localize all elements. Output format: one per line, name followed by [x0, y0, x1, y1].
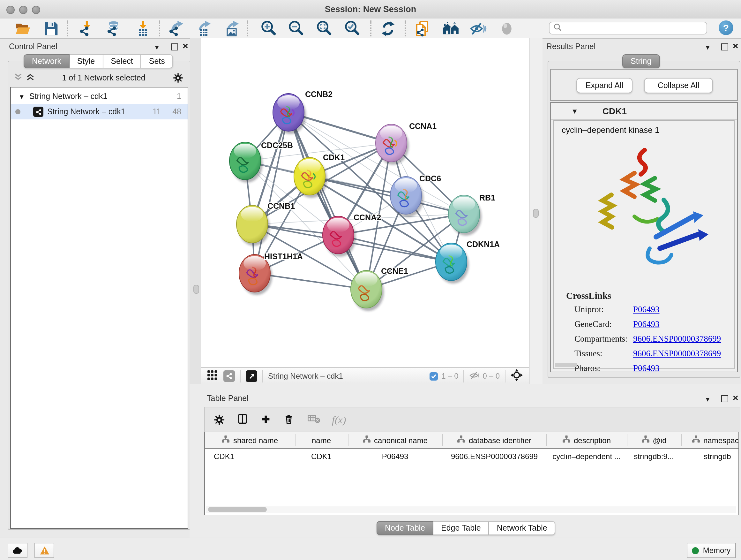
section-gene-name: CDK1 — [603, 106, 627, 116]
import-table-icon[interactable] — [134, 20, 151, 37]
right-splitter-handle[interactable] — [533, 209, 539, 218]
crosslink-value-link[interactable]: 9606.ENSP00000378699 — [633, 334, 721, 344]
crosslink-value-link[interactable]: P06493 — [633, 305, 660, 315]
tab-network[interactable]: Network — [23, 54, 70, 68]
tab-sets[interactable]: Sets — [141, 54, 173, 68]
results-panel-menu-icon[interactable]: ▾ — [706, 40, 710, 55]
eye-hide-icon[interactable] — [470, 20, 487, 37]
node-RB1[interactable] — [448, 195, 482, 236]
left-splitter[interactable] — [190, 38, 201, 384]
column-header--id[interactable]: @id — [627, 432, 681, 448]
zoom-selected-icon[interactable] — [343, 20, 360, 37]
crosslink-value-link[interactable]: 9606.ENSP00000378699 — [633, 349, 721, 359]
network-options-gear-icon[interactable] — [173, 73, 183, 83]
zoom-out-icon[interactable] — [287, 20, 305, 37]
import-network-icon[interactable] — [78, 20, 95, 37]
node-CDC25B[interactable] — [229, 142, 263, 183]
tab-node-table[interactable]: Node Table — [377, 521, 433, 535]
add-column-icon[interactable] — [260, 414, 271, 426]
control-panel-menu-icon[interactable]: ▾ — [155, 40, 158, 55]
results-panel-float-icon[interactable] — [721, 44, 728, 52]
network-canvas[interactable]: CCNB2CCNA1CDC25BCDK1CDC6RB1CCNB1CCNA2CDK… — [201, 38, 529, 367]
table-options-gear-icon[interactable] — [214, 415, 225, 425]
left-splitter-handle[interactable] — [193, 285, 199, 294]
tab-network-table[interactable]: Network Table — [489, 521, 556, 535]
column-header-description[interactable]: description — [546, 432, 627, 448]
node-CCNA2[interactable] — [323, 216, 356, 257]
column-header-namespace[interactable]: namespace — [681, 432, 739, 448]
section-expand-icon[interactable]: ▼ — [571, 107, 578, 115]
help-icon[interactable]: ? — [719, 20, 733, 35]
grid-view-icon[interactable] — [207, 370, 217, 382]
node-CDKN1A[interactable] — [435, 243, 469, 284]
results-scrollbar[interactable] — [555, 363, 577, 367]
table-panel-float-icon[interactable] — [721, 395, 728, 404]
export-image-icon[interactable] — [223, 20, 240, 37]
control-panel-close-icon[interactable]: × — [183, 40, 188, 51]
table-cell[interactable]: stringdb — [681, 449, 739, 463]
table-hscrollbar-thumb[interactable] — [208, 507, 267, 512]
tab-edge-table[interactable]: Edge Table — [433, 521, 489, 535]
export-network-icon[interactable] — [167, 20, 185, 37]
table-cell[interactable]: stringdb:9... — [627, 449, 681, 463]
table-panel-close-icon[interactable]: × — [733, 392, 738, 403]
show-columns-icon[interactable] — [237, 413, 248, 427]
network-list-bar: 1 of 1 Network selected — [8, 69, 190, 87]
network-overview-icon[interactable] — [223, 370, 235, 382]
crosslink-value-link[interactable]: P06493 — [633, 319, 660, 329]
column-header-shared-name[interactable]: shared name — [205, 432, 295, 448]
detach-view-icon[interactable] — [246, 370, 257, 382]
collection-expand-icon[interactable]: ▼ — [18, 93, 25, 100]
search-field[interactable] — [562, 23, 706, 33]
network-collection-row[interactable]: ▼ String Network – cdk1 1 — [11, 89, 188, 104]
export-table-icon[interactable] — [195, 20, 212, 37]
homes-icon[interactable] — [442, 20, 460, 37]
edge-CCNB2-CCNE1[interactable] — [288, 112, 366, 289]
search-input[interactable] — [549, 22, 707, 35]
birdseye-crosshair-icon[interactable] — [511, 369, 523, 383]
memory-button[interactable]: Memory — [687, 543, 736, 558]
zoom-fit-icon[interactable] — [315, 20, 333, 37]
control-panel-float-icon[interactable] — [171, 44, 178, 52]
table-cell[interactable]: cyclin–dependent ... — [546, 449, 627, 463]
node-label-CCNB2: CCNB2 — [305, 90, 333, 99]
expand-all-button[interactable]: Expand All — [576, 78, 632, 93]
import-database-icon[interactable] — [105, 20, 123, 37]
table-panel-menu-icon[interactable]: ▾ — [706, 391, 710, 407]
tab-string[interactable]: String — [622, 54, 660, 68]
node-CCNB2[interactable] — [273, 94, 306, 134]
collapse-all-icon[interactable] — [14, 73, 22, 83]
crosslink-value-link[interactable]: P06493 — [633, 363, 660, 374]
column-header-database-identifier[interactable]: database identifier — [442, 432, 546, 448]
tab-select[interactable]: Select — [103, 54, 141, 68]
selected-checkbox-icon[interactable] — [429, 372, 437, 380]
warning-button[interactable] — [35, 543, 54, 558]
table-hscrollbar[interactable] — [206, 506, 736, 513]
network-row[interactable]: String Network – cdk1 11 48 — [11, 104, 188, 119]
collapse-all-button[interactable]: Collapse All — [644, 78, 713, 93]
node-CCNB1[interactable] — [237, 205, 270, 246]
cloud-button[interactable] — [8, 543, 27, 558]
tab-style[interactable]: Style — [70, 54, 104, 68]
table-cell[interactable]: 9606.ENSP00000378699 — [442, 449, 546, 463]
table-cell[interactable]: CDK1 — [295, 449, 348, 463]
node-CCNA1[interactable] — [376, 124, 409, 165]
node-CDK1[interactable] — [294, 158, 327, 198]
node-CCNE1[interactable] — [351, 270, 384, 311]
delete-column-icon[interactable] — [283, 414, 294, 426]
expand-all-icon[interactable] — [26, 73, 35, 83]
refresh-icon[interactable] — [379, 20, 396, 37]
results-section-header[interactable]: ▼ CDK1 — [551, 103, 737, 120]
column-header-name[interactable]: name — [295, 432, 348, 448]
zoom-in-icon[interactable] — [260, 20, 277, 37]
column-header-canonical-name[interactable]: canonical name — [348, 432, 442, 448]
open-folder-icon[interactable] — [14, 20, 31, 37]
document-share-icon[interactable] — [414, 20, 431, 37]
node-table[interactable]: shared namenamecanonical namedatabase id… — [204, 432, 739, 515]
save-icon[interactable] — [42, 20, 59, 37]
table-cell[interactable]: CDK1 — [214, 449, 297, 463]
edge-CCNB2-HIST1H1A[interactable] — [255, 112, 288, 273]
results-panel-close-icon[interactable]: × — [733, 40, 738, 51]
table-cell[interactable]: P06493 — [348, 449, 442, 463]
eye-disabled-icon[interactable] — [498, 20, 515, 37]
